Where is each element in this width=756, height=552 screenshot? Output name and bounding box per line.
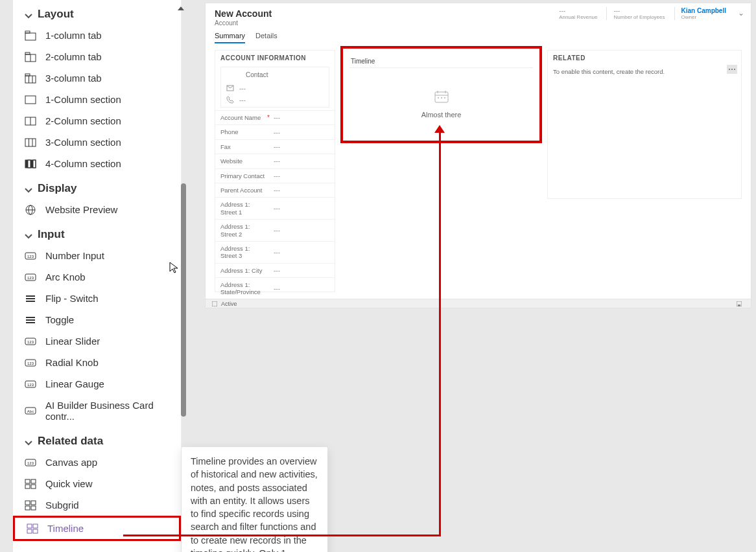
- sidebar-scrollbar[interactable]: [181, 183, 186, 417]
- palette-item-website-preview[interactable]: Website Preview: [13, 199, 181, 220]
- field-value: ---: [274, 227, 329, 234]
- section-heading: ACCOUNT INFORMATION: [215, 51, 335, 65]
- field-value: ---: [274, 187, 329, 194]
- stat-owner: Kian Campbell Owner: [674, 7, 733, 20]
- field-label: Primary Contact: [220, 172, 267, 179]
- account-field-row[interactable]: Fax---: [215, 139, 335, 154]
- account-field-row[interactable]: Account Name*---: [215, 110, 335, 124]
- grid-icon: [27, 523, 38, 534]
- palette-item-3-column-section[interactable]: 3-Column section: [13, 132, 181, 153]
- save-icon[interactable]: [737, 301, 742, 306]
- number-icon: 123: [25, 457, 36, 468]
- number-icon: 123: [25, 251, 36, 261]
- svg-rect-9: [25, 96, 36, 104]
- palette-item-timeline[interactable]: Timeline: [13, 516, 181, 541]
- related-section[interactable]: RELATED To enable this content, create t…: [547, 50, 742, 199]
- palette-item-quick-view[interactable]: Quick view: [13, 473, 181, 494]
- preview-header-stats: --- Annual Revenue --- Number of Employe…: [552, 7, 744, 20]
- more-options-button[interactable]: [727, 65, 737, 74]
- contact-email-value: ---: [239, 85, 246, 92]
- status-icon: [212, 301, 217, 306]
- svg-rect-43: [25, 479, 30, 483]
- section-header-input[interactable]: Input: [13, 220, 181, 245]
- chevron-down-icon: [25, 437, 32, 445]
- palette-item-label: 3-column tab: [45, 73, 102, 84]
- palette-item-3-column-tab[interactable]: 3-column tab: [13, 67, 181, 89]
- palette-item-flip-switch[interactable]: Flip - Switch: [13, 288, 181, 309]
- chevron-down-icon: [25, 10, 32, 18]
- field-label: Address 1: Street 1: [220, 201, 267, 216]
- chevron-down-icon[interactable]: ⌄: [735, 7, 744, 17]
- field-value: ---: [274, 114, 329, 121]
- number-icon: 123: [25, 272, 36, 282]
- field-label: Address 1: City: [220, 267, 267, 274]
- palette-item-label: Subgrid: [45, 500, 79, 511]
- svg-text:123: 123: [27, 340, 34, 344]
- list-icon: [25, 293, 36, 304]
- section-title: Layout: [38, 8, 74, 21]
- number-icon: 123: [25, 379, 36, 389]
- section-header-layout[interactable]: Layout: [13, 0, 181, 25]
- svg-rect-47: [25, 501, 30, 505]
- svg-text:123: 123: [27, 461, 34, 465]
- field-value: ---: [274, 129, 329, 136]
- palette-item-ai-builder-card[interactable]: Abc AI Builder Business Card contr...: [13, 395, 181, 427]
- contact-card[interactable]: Contact --- ---: [220, 67, 329, 108]
- palette-item-2-column-tab[interactable]: 2-column tab: [13, 46, 181, 67]
- field-value: ---: [274, 249, 329, 256]
- palette-item-linear-gauge[interactable]: 123 Linear Gauge: [13, 373, 181, 395]
- palette-item-number-input[interactable]: 123 Number Input: [13, 245, 181, 266]
- palette-item-linear-slider[interactable]: 123 Linear Slider: [13, 330, 181, 352]
- palette-item-label: 1-column tab: [45, 30, 102, 41]
- list-icon: [25, 315, 36, 325]
- preview-body: ACCOUNT INFORMATION Contact --- --- Acco…: [206, 43, 751, 299]
- palette-item-canvas-app[interactable]: 123 Canvas app: [13, 452, 181, 473]
- palette-item-1-column-section[interactable]: 1-Column section: [13, 89, 181, 110]
- required-indicator: *: [267, 114, 274, 121]
- palette-item-label: 2-Column section: [45, 115, 121, 126]
- tooltip-text: Timeline provides an overview of histori…: [191, 456, 318, 552]
- svg-point-60: [438, 97, 439, 98]
- palette-item-toggle[interactable]: Toggle: [13, 309, 181, 330]
- svg-rect-48: [31, 501, 36, 505]
- palette-item-2-column-section[interactable]: 2-Column section: [13, 110, 181, 132]
- account-field-row[interactable]: Address 1: State/Province---: [215, 277, 335, 299]
- account-field-row[interactable]: Phone---: [215, 124, 335, 139]
- svg-rect-18: [30, 160, 33, 168]
- account-field-row[interactable]: Address 1: Street 3---: [215, 241, 335, 263]
- svg-text:123: 123: [27, 276, 34, 280]
- account-field-row[interactable]: Primary Contact---: [215, 168, 335, 183]
- account-field-row[interactable]: Website---: [215, 154, 335, 168]
- account-field-row[interactable]: Address 1: Street 1---: [215, 197, 335, 219]
- palette-item-1-column-tab[interactable]: 1-column tab: [13, 25, 181, 46]
- field-value: ---: [274, 205, 329, 212]
- palette-item-label: 1-Column section: [45, 94, 121, 105]
- palette-item-subgrid[interactable]: Subgrid: [13, 494, 181, 516]
- scroll-up-caret[interactable]: [178, 6, 184, 10]
- palette-item-label: Number Input: [45, 250, 104, 261]
- svg-point-65: [734, 69, 735, 70]
- section-header-display[interactable]: Display: [13, 174, 181, 199]
- tab-summary[interactable]: Summary: [215, 32, 245, 43]
- account-field-row[interactable]: Parent Account---: [215, 183, 335, 197]
- preview-footer: Active: [206, 299, 751, 308]
- palette-item-arc-knob[interactable]: 123 Arc Knob: [13, 266, 181, 288]
- palette-item-4-column-section[interactable]: 4-Column section: [13, 153, 181, 174]
- field-label: Fax: [220, 143, 267, 150]
- section-header-related-data[interactable]: Related data: [13, 427, 181, 452]
- stat-value: Kian Campbell: [681, 7, 726, 14]
- palette-item-label: 4-Column section: [45, 158, 121, 169]
- svg-rect-1: [25, 33, 36, 40]
- timeline-section[interactable]: Timeline Almost there: [344, 50, 538, 292]
- account-field-row[interactable]: Address 1: Street 2---: [215, 219, 335, 241]
- text-icon: Abc: [25, 406, 36, 416]
- section-heading: RELATED: [548, 51, 741, 65]
- contact-phone-line: ---: [226, 94, 324, 106]
- svg-rect-52: [33, 524, 38, 528]
- account-information-section[interactable]: ACCOUNT INFORMATION Contact --- --- Acco…: [215, 50, 335, 292]
- palette-item-radial-knob[interactable]: 123 Radial Knob: [13, 352, 181, 373]
- field-value: ---: [274, 157, 329, 165]
- account-field-row[interactable]: Address 1: City---: [215, 263, 335, 277]
- tab-details[interactable]: Details: [255, 32, 278, 43]
- svg-rect-19: [33, 160, 36, 168]
